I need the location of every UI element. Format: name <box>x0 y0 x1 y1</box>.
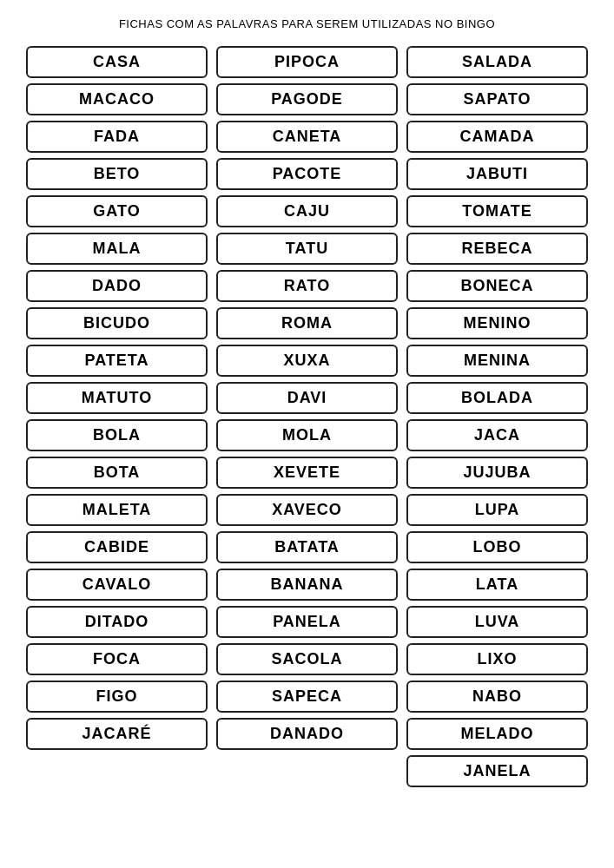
word-card-2-5: CAJU <box>216 195 398 227</box>
word-card-2-1: PIPOCA <box>216 46 398 78</box>
word-card-3-17: LIXO <box>406 643 588 675</box>
word-card-1-5: GATO <box>26 195 208 227</box>
word-card-1-4: BETO <box>26 158 208 190</box>
word-card-1-1: CASA <box>26 46 208 78</box>
word-card-3-9: MENINA <box>406 345 588 377</box>
column-2: PIPOCAPAGODECANETAPACOTECAJUTATURATOROMA… <box>216 46 398 750</box>
word-card-1-15: CAVALO <box>26 569 208 601</box>
word-card-1-12: BOTA <box>26 457 208 489</box>
word-card-2-11: MOLA <box>216 419 398 451</box>
word-card-2-9: XUXA <box>216 345 398 377</box>
word-card-3-5: TOMATE <box>406 195 588 227</box>
column-3: SALADASAPATOCAMADAJABUTITOMATEREBECABONE… <box>406 46 588 787</box>
word-card-2-13: XAVECO <box>216 494 398 526</box>
word-card-2-14: BATATA <box>216 531 398 563</box>
word-card-2-6: TATU <box>216 233 398 265</box>
word-card-1-18: FIGO <box>26 681 208 713</box>
word-card-2-12: XEVETE <box>216 457 398 489</box>
word-card-3-16: LUVA <box>406 606 588 638</box>
word-card-2-17: SACOLA <box>216 643 398 675</box>
word-card-1-6: MALA <box>26 233 208 265</box>
word-card-3-20: JANELA <box>406 755 588 787</box>
word-card-3-19: MELADO <box>406 718 588 750</box>
word-card-1-14: CABIDE <box>26 531 208 563</box>
word-card-2-18: SAPECA <box>216 681 398 713</box>
word-card-1-11: BOLA <box>26 419 208 451</box>
word-card-2-2: PAGODE <box>216 83 398 115</box>
word-card-3-1: SALADA <box>406 46 588 78</box>
page-title: FICHAS COM AS PALAVRAS PARA SEREM UTILIZ… <box>26 17 588 30</box>
word-card-3-2: SAPATO <box>406 83 588 115</box>
word-card-2-15: BANANA <box>216 569 398 601</box>
word-card-1-2: MACACO <box>26 83 208 115</box>
word-card-3-18: NABO <box>406 681 588 713</box>
column-1: CASAMACACOFADABETOGATOMALADADOBICUDOPATE… <box>26 46 208 750</box>
word-card-3-8: MENINO <box>406 307 588 339</box>
word-card-1-10: MATUTO <box>26 382 208 414</box>
word-card-2-16: PANELA <box>216 606 398 638</box>
word-card-3-4: JABUTI <box>406 158 588 190</box>
word-card-3-6: REBECA <box>406 233 588 265</box>
word-card-3-7: BONECA <box>406 270 588 302</box>
word-card-2-7: RATO <box>216 270 398 302</box>
word-card-1-17: FOCA <box>26 643 208 675</box>
word-card-2-8: ROMA <box>216 307 398 339</box>
word-card-2-10: DAVI <box>216 382 398 414</box>
word-card-1-19: JACARÉ <box>26 718 208 750</box>
word-card-3-10: BOLADA <box>406 382 588 414</box>
word-card-2-4: PACOTE <box>216 158 398 190</box>
word-card-3-14: LOBO <box>406 531 588 563</box>
word-card-1-13: MALETA <box>26 494 208 526</box>
word-card-1-16: DITADO <box>26 606 208 638</box>
word-card-3-13: LUPA <box>406 494 588 526</box>
word-card-2-3: CANETA <box>216 121 398 153</box>
word-card-3-11: JACA <box>406 419 588 451</box>
word-card-2-19: DANADO <box>216 718 398 750</box>
word-card-3-3: CAMADA <box>406 121 588 153</box>
word-card-1-7: DADO <box>26 270 208 302</box>
word-card-1-9: PATETA <box>26 345 208 377</box>
word-card-1-3: FADA <box>26 121 208 153</box>
word-card-3-15: LATA <box>406 569 588 601</box>
word-card-3-12: JUJUBA <box>406 457 588 489</box>
word-columns: CASAMACACOFADABETOGATOMALADADOBICUDOPATE… <box>26 46 588 787</box>
word-card-1-8: BICUDO <box>26 307 208 339</box>
